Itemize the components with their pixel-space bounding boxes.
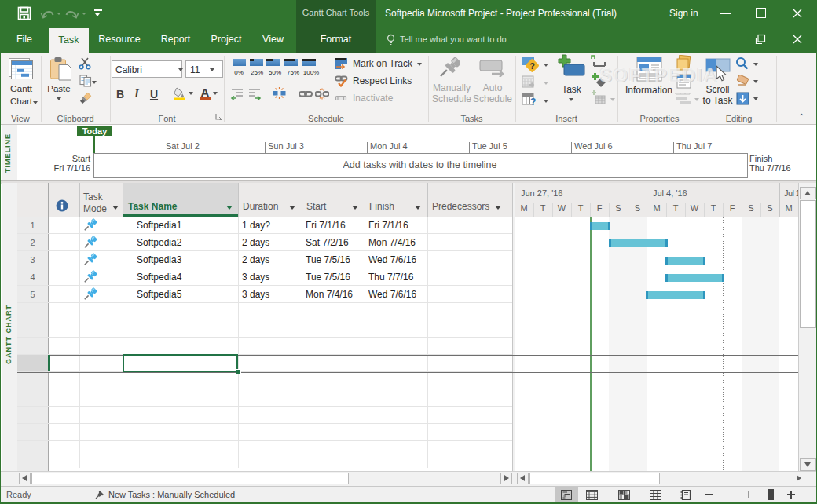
svg-text:?: ?: [530, 97, 536, 107]
svg-text:?: ?: [529, 61, 535, 71]
